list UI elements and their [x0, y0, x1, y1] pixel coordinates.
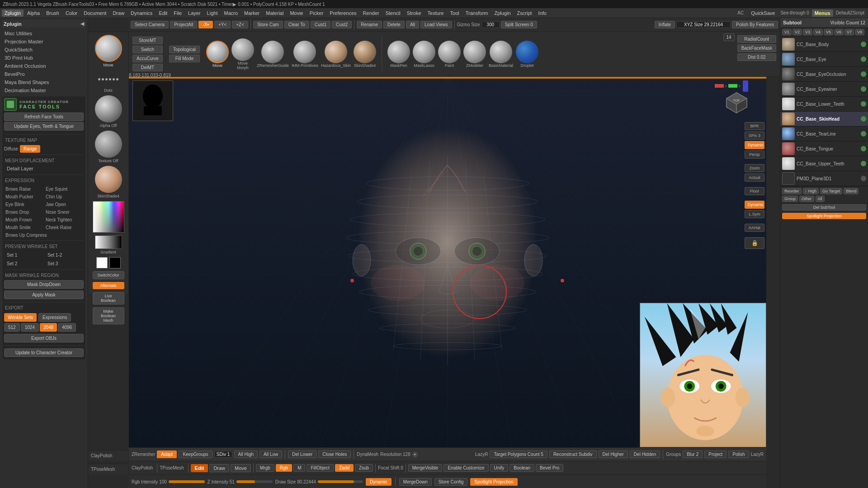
bevel-pro-bottom-btn[interactable]: Bevel Pro — [536, 464, 563, 472]
masklasso-tool[interactable]: MaskLasso — [413, 41, 435, 68]
target-poly-btn[interactable]: Target Polygons Count 5 — [490, 450, 547, 458]
subtool-item-active[interactable]: CC_Base_SkinHead — [780, 112, 868, 127]
go-target-btn[interactable]: Go Target — [820, 188, 842, 194]
menu-picker[interactable]: Picker — [307, 9, 326, 17]
apply-mask-btn[interactable]: Apply Mask — [4, 291, 84, 299]
switch-color-btn[interactable]: SwitchColor — [93, 271, 124, 279]
zoom-btn[interactable]: Zoom — [745, 164, 764, 172]
menu-light[interactable]: Light — [204, 9, 221, 17]
sidebar-maya-blend[interactable]: Maya Blend Shapes — [2, 78, 86, 86]
skinshade4-tool[interactable]: SkinShade4 — [95, 166, 122, 198]
menu-info[interactable]: Info — [536, 9, 549, 17]
fill-object-btn[interactable]: FillObject — [307, 464, 334, 472]
subtool-item[interactable]: CC_Base_EyeOcclusion — [780, 67, 868, 82]
blur-btn[interactable]: Blur 2 — [683, 450, 703, 458]
menu-movie[interactable]: Movie — [287, 9, 306, 17]
sidebar-quicksketch[interactable]: QuickSketch — [2, 46, 86, 54]
enable-customize-btn[interactable]: Enable Customize — [443, 464, 488, 472]
clear-to-btn[interactable]: Clear To — [284, 21, 309, 28]
top-skinshade-tool[interactable]: SkinShade4 — [354, 41, 376, 68]
menu-stroke[interactable]: Stroke — [404, 9, 424, 17]
delete-btn[interactable]: Delete — [383, 21, 405, 28]
rgb-btn[interactable]: Rgb — [276, 464, 292, 472]
update-eyes-btn[interactable]: Update Eyes, Teeth & Tongue — [4, 122, 84, 131]
menu-zplugin[interactable]: Zplugin — [2, 9, 24, 17]
make-boolean-btn[interactable]: Make Boolean Mesh — [93, 307, 124, 324]
alternate-btn[interactable]: Alternate — [93, 282, 124, 289]
bpr-btn[interactable]: BPR — [745, 122, 764, 130]
menu-marker[interactable]: Marker — [241, 9, 262, 17]
sidebar-3d-print[interactable]: 3D Print Hub — [2, 54, 86, 62]
paint-tool[interactable]: Paint — [438, 41, 461, 68]
sidebar-misc-utilities[interactable]: Misc Utilities — [2, 29, 86, 38]
menu-layer[interactable]: Layer — [185, 9, 203, 17]
radial-count-btn[interactable]: RadialCount — [737, 35, 776, 43]
menu-brush[interactable]: Brush — [43, 9, 62, 17]
maskpen-tool[interactable]: MaskPen — [387, 41, 410, 68]
switch-btn[interactable]: Switch — [132, 46, 163, 53]
basicmaterial-tool[interactable]: BasicMaterial — [489, 41, 513, 68]
brows-drop[interactable]: Brows Drop — [4, 209, 43, 216]
menu-zplugin2[interactable]: Zplugin — [492, 9, 514, 17]
eye-squint[interactable]: Eye Squint — [44, 186, 84, 192]
aahat-btn[interactable]: AAHat — [745, 224, 764, 232]
actual-btn[interactable]: Actual — [745, 174, 764, 182]
subtool-item[interactable]: PM3D_Plane3D1 — [780, 171, 868, 186]
m-btn[interactable]: M — [293, 464, 305, 472]
topological-btn[interactable]: Topological — [169, 46, 200, 53]
adapt-btn[interactable]: Adapt — [157, 450, 177, 458]
lsym-btn[interactable]: L.Sym — [745, 210, 764, 218]
resolution-toggle[interactable]: ● — [412, 452, 418, 457]
v8-btn[interactable]: V8 — [855, 29, 864, 35]
menu-stencil[interactable]: Stencil — [383, 9, 403, 17]
all-sub-btn[interactable]: All — [816, 196, 825, 202]
size-512-btn[interactable]: 512 — [4, 323, 20, 332]
set1-btn[interactable]: Set 1 — [4, 251, 43, 259]
plus-y-btn[interactable]: +Y< — [214, 21, 231, 28]
menu-alpha[interactable]: Alpha — [24, 9, 42, 17]
color-picker[interactable] — [93, 201, 124, 233]
gizmo-val[interactable]: 300 — [481, 21, 500, 28]
menu-material[interactable]: Material — [263, 9, 286, 17]
lock-btn[interactable]: 🔒 — [745, 237, 764, 249]
v4-btn[interactable]: V4 — [813, 29, 823, 35]
dynamic-btn[interactable]: Dynamic — [745, 141, 764, 149]
set2-btn[interactable]: Set 2 — [4, 260, 43, 267]
white-swatch[interactable] — [96, 257, 108, 268]
sidebar-decimation[interactable]: Decimation Master — [2, 86, 86, 94]
menu-edit[interactable]: Edit — [156, 9, 170, 17]
move-btn[interactable]: Move — [231, 464, 251, 472]
group-btn[interactable]: Group — [782, 196, 798, 202]
v7-btn[interactable]: V7 — [844, 29, 854, 35]
v5-btn[interactable]: V5 — [824, 29, 833, 35]
v2-btn[interactable]: V2 — [793, 29, 802, 35]
unify-btn[interactable]: Unify — [490, 464, 509, 472]
v1-btn[interactable]: V1 — [782, 29, 792, 35]
wrinkle-sets-btn[interactable]: Wrinkle Sets — [4, 313, 37, 322]
chin-up[interactable]: Chin Up — [44, 193, 84, 200]
top-zremesher-tool[interactable]: ZRemesherGuide — [257, 41, 289, 68]
black-swatch[interactable] — [109, 257, 121, 268]
polish-btn[interactable]: Polish — [728, 450, 749, 458]
inflate-btn[interactable]: Inflate — [655, 21, 675, 28]
nose-sneer[interactable]: Nose Sneer — [44, 209, 84, 216]
eye-blink[interactable]: Eye Blink — [4, 201, 43, 208]
rename-btn[interactable]: Rename — [357, 21, 382, 28]
v3-btn[interactable]: V3 — [803, 29, 812, 35]
select-camera-btn[interactable]: Select Camera — [131, 21, 169, 28]
cust1-btn[interactable]: Cust1 — [311, 21, 330, 28]
edit-btn[interactable]: Edit — [191, 464, 208, 472]
keep-groups-btn[interactable]: KeepGroups — [179, 450, 212, 458]
menu-tool[interactable]: Tool — [448, 9, 462, 17]
dist-btn[interactable]: Dist 0.02 — [737, 53, 776, 61]
subtool-item[interactable]: CC_Base_Body — [780, 37, 868, 52]
del-hidden-btn[interactable]: Del Hidden — [630, 450, 660, 458]
subtool-item[interactable]: CC_Base_Tongue — [780, 141, 868, 156]
menu-render[interactable]: Render — [360, 9, 382, 17]
menu-transform[interactable]: Transform — [463, 9, 491, 17]
accu-curve-btn[interactable]: AccuCurve — [132, 55, 163, 62]
mask-dropdown-btn[interactable]: Mask DropDown — [4, 280, 84, 289]
menu-macro[interactable]: Macro — [221, 9, 241, 17]
menu-quicksave[interactable]: QuickSave — [748, 9, 778, 17]
top-move-tool[interactable]: Move — [206, 41, 229, 68]
